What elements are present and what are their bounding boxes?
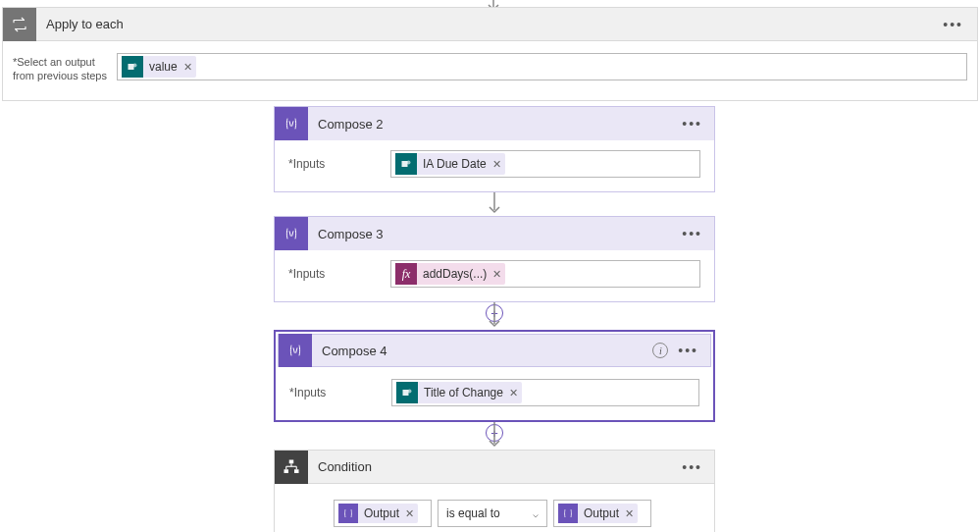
compose-icon xyxy=(279,334,312,367)
svg-point-4 xyxy=(407,161,411,165)
token-remove-icon[interactable]: ✕ xyxy=(183,61,192,74)
select-output-label: *Select an output from previous steps xyxy=(13,53,117,82)
token-output-right[interactable]: Output ✕ xyxy=(558,504,638,523)
token-remove-icon[interactable]: ✕ xyxy=(492,268,501,281)
condition-card: Condition ••• Output ✕ xyxy=(274,450,715,532)
fx-icon: fx xyxy=(395,263,417,285)
compose-3-title: Compose 3 xyxy=(308,227,383,241)
compose-4-title: Compose 4 xyxy=(312,344,387,358)
token-text: Title of Change xyxy=(424,386,503,399)
svg-rect-10 xyxy=(289,459,294,463)
token-ia-due-date[interactable]: IA Due Date ✕ xyxy=(395,153,505,175)
token-remove-icon[interactable]: ✕ xyxy=(509,387,518,399)
operator-text: is equal to xyxy=(446,506,500,520)
select-output-input[interactable]: value ✕ xyxy=(117,53,967,80)
compose-2-title: Compose 2 xyxy=(308,117,383,132)
compose-3-input[interactable]: fx addDays(...) ✕ xyxy=(390,260,700,288)
compose-icon xyxy=(275,107,308,140)
condition-title: Condition xyxy=(308,459,372,474)
inputs-label: *Inputs xyxy=(288,157,390,171)
compose-4-card: Compose 4 i ••• *Inputs Title of Change xyxy=(274,330,715,422)
card-menu-button[interactable]: ••• xyxy=(678,343,698,358)
token-remove-icon[interactable]: ✕ xyxy=(492,158,501,171)
compose-3-header[interactable]: Compose 3 ••• xyxy=(275,217,714,250)
compose-2-header[interactable]: Compose 2 ••• xyxy=(275,107,714,140)
condition-icon xyxy=(275,451,308,484)
select-output-row: *Select an output from previous steps va… xyxy=(13,53,967,82)
card-menu-button[interactable]: ••• xyxy=(682,116,702,132)
connector-arrow xyxy=(493,192,495,216)
token-title-of-change[interactable]: Title of Change ✕ xyxy=(396,382,522,403)
inputs-label: *Inputs xyxy=(288,267,390,281)
svg-rect-15 xyxy=(284,469,289,473)
condition-header[interactable]: Condition ••• xyxy=(275,451,714,484)
connector-plus: + xyxy=(493,302,495,330)
inputs-label: *Inputs xyxy=(289,386,391,399)
token-output-left[interactable]: Output ✕ xyxy=(338,504,418,523)
sharepoint-icon xyxy=(396,382,418,403)
token-text: IA Due Date xyxy=(423,157,487,171)
compose-2-card: Compose 2 ••• *Inputs IA Due Date ✕ xyxy=(274,106,715,192)
compose-output-icon xyxy=(338,504,358,523)
info-icon[interactable]: i xyxy=(652,343,668,358)
sharepoint-icon xyxy=(395,153,417,175)
token-value-text: value xyxy=(149,60,178,74)
condition-left-input[interactable]: Output ✕ xyxy=(334,500,432,527)
token-value[interactable]: value ✕ xyxy=(122,56,196,78)
connector-plus: + xyxy=(493,422,495,450)
apply-to-each-header[interactable]: Apply to each ••• xyxy=(3,8,977,41)
compose-3-card: Compose 3 ••• *Inputs fx addDays(...) ✕ xyxy=(274,216,715,302)
select-output-label-line1: *Select an output xyxy=(13,56,95,68)
token-text: Output xyxy=(364,506,399,520)
condition-row: Output ✕ is equal to ⌵ xyxy=(334,500,700,527)
compose-2-input[interactable]: IA Due Date ✕ xyxy=(390,150,700,178)
token-adddays[interactable]: fx addDays(...) ✕ xyxy=(395,263,505,285)
condition-right-input[interactable]: Output ✕ xyxy=(553,500,651,527)
token-remove-icon[interactable]: ✕ xyxy=(625,507,634,520)
condition-operator-select[interactable]: is equal to ⌵ xyxy=(438,500,547,527)
card-menu-button[interactable]: ••• xyxy=(943,17,963,32)
svg-point-2 xyxy=(133,64,137,68)
loop-icon xyxy=(3,8,36,41)
compose-icon xyxy=(275,217,308,250)
apply-to-each-title: Apply to each xyxy=(36,17,124,31)
card-menu-button[interactable]: ••• xyxy=(682,226,702,241)
token-text: Output xyxy=(584,506,619,520)
select-output-label-line2: from previous steps xyxy=(13,70,107,81)
compose-output-icon xyxy=(558,504,578,523)
compose-4-input[interactable]: Title of Change ✕ xyxy=(391,379,699,406)
svg-rect-16 xyxy=(294,469,299,473)
token-remove-icon[interactable]: ✕ xyxy=(405,507,414,520)
compose-4-header[interactable]: Compose 4 i ••• xyxy=(278,334,711,367)
card-menu-button[interactable]: ••• xyxy=(682,459,702,475)
apply-to-each-card: Apply to each ••• *Select an output from… xyxy=(2,7,978,101)
sharepoint-icon xyxy=(122,56,143,78)
action-stack: Compose 2 ••• *Inputs IA Due Date ✕ xyxy=(274,106,715,532)
chevron-down-icon: ⌵ xyxy=(533,508,539,519)
token-text: addDays(...) xyxy=(423,267,487,281)
svg-point-8 xyxy=(408,390,412,394)
